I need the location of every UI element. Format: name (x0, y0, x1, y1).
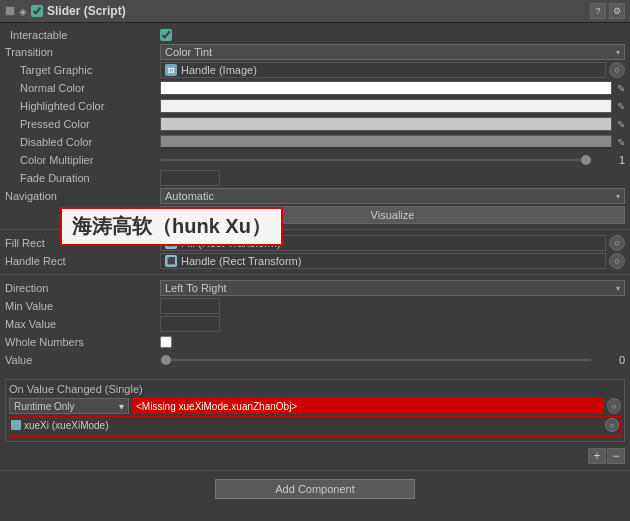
color-multiplier-slider[interactable] (160, 158, 592, 162)
whole-numbers-checkbox[interactable] (160, 336, 172, 348)
missing-select-btn[interactable]: ○ (607, 398, 621, 414)
min-value-label: Min Value (5, 300, 160, 312)
add-component-button[interactable]: Add Component (215, 479, 415, 499)
highlighted-color-label: Highlighted Color (5, 100, 160, 112)
script-icon: ◈ (19, 6, 27, 17)
missing-value: <Missing xueXiMode.xuanZhanObj> (136, 401, 297, 412)
transition-value-col: Color Tint ▾ (160, 44, 625, 60)
min-value-value-col: 0 (160, 298, 625, 314)
navigation-label: Navigation (5, 190, 160, 202)
target-graphic-label: Target Graphic (5, 64, 160, 76)
normal-color-pencil[interactable]: ✎ (617, 83, 625, 94)
panel-title: Slider (Script) (47, 4, 126, 18)
handle-rect-label: Handle Rect (5, 255, 160, 267)
handle-rect-row: Handle Rect ⬛ Handle (Rect Transform) ○ (0, 252, 630, 270)
value-slider[interactable] (160, 358, 592, 362)
on-value-changed-section: On Value Changed (Single) Runtime Only ▾… (5, 379, 625, 442)
target-graphic-icon: 🖼 (165, 64, 177, 76)
min-value-input[interactable]: 0 (160, 298, 220, 314)
transition-dropdown-value: Color Tint (165, 46, 212, 58)
runtime-only-label: Runtime Only (14, 401, 75, 412)
highlighted-color-field[interactable] (160, 99, 612, 113)
disabled-color-label: Disabled Color (5, 136, 160, 148)
fade-duration-row: Fade Duration 0.1 (0, 169, 630, 187)
color-multiplier-row: Color Multiplier 1 (0, 151, 630, 169)
red-underline-bar (9, 435, 621, 438)
add-remove-row: + − (0, 446, 630, 466)
event-row: Runtime Only ▾ <Missing xueXiMode.xuanZh… (9, 398, 621, 414)
remove-event-button[interactable]: − (607, 448, 625, 464)
listener-icon (11, 420, 21, 430)
handle-rect-value-col: ⬛ Handle (Rect Transform) ○ (160, 253, 625, 269)
handle-rect-select-btn[interactable]: ○ (609, 253, 625, 269)
panel-enabled-checkbox[interactable] (31, 5, 43, 17)
panel-content: Interactable Transition Color Tint ▾ Tar… (0, 23, 630, 511)
fade-duration-input[interactable]: 0.1 (160, 170, 220, 186)
disabled-color-value-col: ✎ (160, 135, 625, 149)
value-label: Value (5, 354, 160, 366)
navigation-row: Navigation Automatic ▾ (0, 187, 630, 205)
direction-dropdown[interactable]: Left To Right ▾ (160, 280, 625, 296)
target-graphic-field[interactable]: 🖼 Handle (Image) (160, 62, 606, 78)
target-graphic-value-col: 🖼 Handle (Image) ○ (160, 62, 625, 78)
handle-rect-field[interactable]: ⬛ Handle (Rect Transform) (160, 253, 606, 269)
pressed-color-row: Pressed Color ✎ (0, 115, 630, 133)
disabled-color-field[interactable] (160, 135, 612, 149)
header-icons: ? ⚙ (590, 3, 625, 19)
normal-color-value-col: ✎ (160, 81, 625, 95)
color-multiplier-label: Color Multiplier (5, 154, 160, 166)
slider-script-panel: ◈ Slider (Script) ? ⚙ Interactable Trans… (0, 0, 630, 511)
pressed-color-label: Pressed Color (5, 118, 160, 130)
value-value-col: 0 (160, 354, 625, 366)
highlighted-color-value-col: ✎ (160, 99, 625, 113)
color-multiplier-value-col: 1 (160, 154, 625, 166)
listener-label: xueXi (xueXiMode) (24, 420, 602, 431)
handle-rect-icon: ⬛ (165, 255, 177, 267)
collapse-icon[interactable] (5, 6, 15, 16)
disabled-color-pencil[interactable]: ✎ (617, 137, 625, 148)
normal-color-row: Normal Color ✎ (0, 79, 630, 97)
add-component-bar: Add Component (0, 470, 630, 507)
gear-icon[interactable]: ⚙ (609, 3, 625, 19)
target-graphic-value: Handle (Image) (181, 64, 257, 76)
listener-select-btn[interactable]: ○ (605, 418, 619, 432)
max-value-label: Max Value (5, 318, 160, 330)
help-icon[interactable]: ? (590, 3, 606, 19)
max-value-row: Max Value 1 (0, 315, 630, 333)
direction-label: Direction (5, 282, 160, 294)
pressed-color-field[interactable] (160, 117, 612, 131)
normal-color-label: Normal Color (5, 82, 160, 94)
separator-2 (0, 274, 630, 275)
target-graphic-select-btn[interactable]: ○ (609, 62, 625, 78)
direction-dropdown-arrow: ▾ (616, 284, 620, 293)
interactable-checkbox[interactable] (160, 29, 172, 41)
transition-row: Transition Color Tint ▾ (0, 43, 630, 61)
whole-numbers-value-col (160, 336, 625, 348)
highlighted-color-pencil[interactable]: ✎ (617, 101, 625, 112)
runtime-only-dropdown[interactable]: Runtime Only ▾ (9, 398, 129, 414)
fill-rect-select-btn[interactable]: ○ (609, 235, 625, 251)
transition-dropdown[interactable]: Color Tint ▾ (160, 44, 625, 60)
disabled-color-row: Disabled Color ✎ (0, 133, 630, 151)
visualize-row: 海涛高软（hunk Xu） Visualize (0, 205, 630, 225)
direction-row: Direction Left To Right ▾ (0, 279, 630, 297)
whole-numbers-row: Whole Numbers (0, 333, 630, 351)
fade-duration-label: Fade Duration (5, 172, 160, 184)
watermark-text: 海涛高软（hunk Xu） (72, 215, 271, 237)
normal-color-field[interactable] (160, 81, 612, 95)
listener-row: xueXi (xueXiMode) ○ (9, 416, 621, 434)
navigation-dropdown[interactable]: Automatic ▾ (160, 188, 625, 204)
runtime-only-arrow: ▾ (119, 401, 124, 412)
color-multiplier-slider-container (160, 158, 592, 162)
missing-object-field[interactable]: <Missing xueXiMode.xuanZhanObj> (132, 398, 604, 414)
navigation-dropdown-arrow: ▾ (616, 192, 620, 201)
pressed-color-pencil[interactable]: ✎ (617, 119, 625, 130)
max-value-input[interactable]: 1 (160, 316, 220, 332)
direction-dropdown-value: Left To Right (165, 282, 227, 294)
add-event-button[interactable]: + (588, 448, 606, 464)
handle-rect-value: Handle (Rect Transform) (181, 255, 301, 267)
value-row: Value 0 (0, 351, 630, 369)
transition-label: Transition (5, 46, 160, 58)
max-value-value-col: 1 (160, 316, 625, 332)
interactable-value-col (160, 29, 625, 41)
